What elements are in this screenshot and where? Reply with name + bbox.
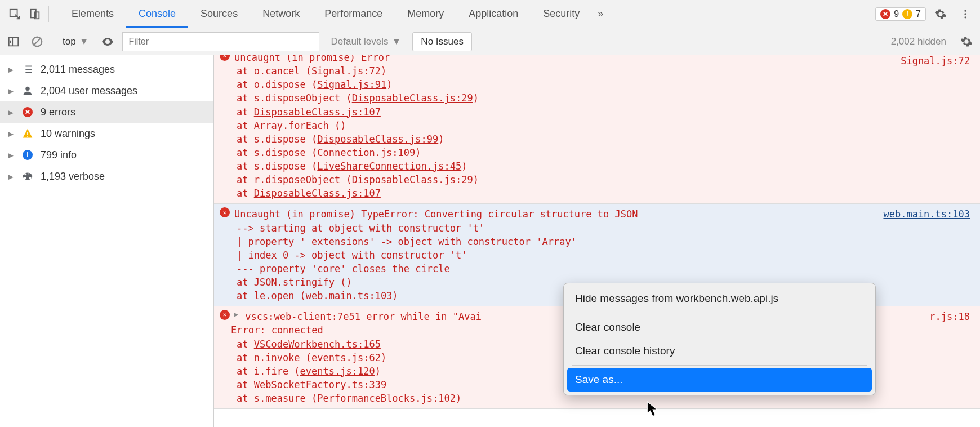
info-icon: i <box>21 149 34 161</box>
source-link[interactable]: events.js:62 <box>311 352 381 363</box>
source-link[interactable]: Connection.js:109 <box>317 147 415 158</box>
more-tabs-icon[interactable]: » <box>592 8 609 20</box>
tabs-list: Elements Console Sources Network Perform… <box>59 0 609 28</box>
tab-security[interactable]: Security <box>531 0 592 28</box>
expand-caret-icon: ▶ <box>8 108 15 117</box>
context-menu-item[interactable]: Clear console history <box>567 339 872 363</box>
source-link[interactable]: web.main.ts:103 <box>883 207 970 221</box>
sidebar-item-label: 2,011 messages <box>41 64 115 75</box>
svg-point-5 <box>964 16 966 18</box>
divider <box>48 6 49 22</box>
device-toggle-icon[interactable] <box>25 4 45 24</box>
sidebar-item[interactable]: ▶ 10 warnings <box>0 123 213 144</box>
settings-icon[interactable] <box>930 4 951 24</box>
context-selector[interactable]: top ▼ <box>58 34 93 50</box>
issues-badge[interactable]: ✕ 9 ! 7 <box>875 7 926 21</box>
expand-caret-icon[interactable]: ▶ <box>234 310 238 319</box>
sidebar-item[interactable]: ▶ 1,193 verbose <box>0 166 213 187</box>
source-link[interactable]: DisposableClass.js:107 <box>254 188 381 199</box>
warning-icon: ! <box>902 9 912 19</box>
stack-frame: --- property 'core' closes the circle <box>220 262 971 275</box>
svg-point-16 <box>25 87 29 91</box>
sidebar-item[interactable]: ▶ i 799 info <box>0 144 213 166</box>
levels-label: Default levels <box>331 36 388 47</box>
tab-performance[interactable]: Performance <box>312 0 395 28</box>
tab-sources[interactable]: Sources <box>188 0 250 28</box>
chevron-down-icon: ▼ <box>79 36 89 47</box>
devtools-tabs-bar: Elements Console Sources Network Perform… <box>0 0 980 28</box>
source-link[interactable]: events.js:120 <box>300 366 375 377</box>
stack-frame: --> starting at object with constructor … <box>220 221 971 235</box>
kebab-menu-icon[interactable] <box>955 4 975 24</box>
svg-point-21 <box>28 174 29 175</box>
stack-frame: at o.dispose (Signal.js:91) <box>220 78 971 91</box>
svg-line-9 <box>34 38 41 45</box>
source-link[interactable]: Signal.js:72 <box>311 65 381 77</box>
error-icon: ✕ <box>220 207 230 217</box>
eye-icon[interactable] <box>99 33 117 51</box>
no-issues-button[interactable]: No Issues <box>412 32 472 51</box>
log-levels-selector[interactable]: Default levels ▼ <box>325 34 407 50</box>
tab-network[interactable]: Network <box>250 0 312 28</box>
sidebar-toggle-icon[interactable] <box>5 33 23 51</box>
context-menu-item[interactable]: Clear console <box>567 315 872 339</box>
context-menu-item[interactable]: Hide messages from workbench.web.api.js <box>567 287 872 310</box>
filter-input[interactable] <box>122 32 319 51</box>
stack-frame: at DisposableClass.js:107 <box>220 105 971 119</box>
source-link[interactable]: web.main.ts:103 <box>306 290 393 301</box>
sidebar-item[interactable]: ▶ 2,004 user messages <box>0 80 213 101</box>
source-link[interactable]: LiveShareConnection.js:45 <box>317 161 461 172</box>
stack-frame: at Array.forEach () <box>220 119 971 132</box>
error-icon: ✕ <box>21 106 34 118</box>
stack-frame: at s.disposeObject (DisposableClass.js:2… <box>220 91 971 105</box>
console-toolbar: top ▼ Default levels ▼ No Issues 2,002 h… <box>0 28 980 55</box>
context-label: top <box>63 36 76 47</box>
tab-memory[interactable]: Memory <box>395 0 456 28</box>
source-link[interactable]: WebSocketFactory.ts:339 <box>254 379 386 390</box>
stack-frame: at s.dispose (LiveShareConnection.js:45) <box>220 159 971 173</box>
svg-point-4 <box>964 13 966 15</box>
error-message: Uncaught (in promise) Error <box>234 55 390 64</box>
stack-frame: at s.dispose (DisposableClass.js:99) <box>220 132 971 146</box>
warn-icon <box>21 127 34 140</box>
tab-console[interactable]: Console <box>126 0 188 28</box>
chevron-down-icon: ▼ <box>392 36 402 47</box>
source-link[interactable]: DisposableClass.js:107 <box>254 106 381 118</box>
stack-frame: | index 0 -> object with constructor 't' <box>220 248 971 262</box>
clear-console-icon[interactable] <box>28 33 46 51</box>
sidebar-item[interactable]: ▶ 2,011 messages <box>0 59 213 80</box>
expand-caret-icon: ▶ <box>8 130 15 138</box>
stack-frame: at DisposableClass.js:107 <box>220 186 971 200</box>
source-link[interactable]: DisposableClass.js:29 <box>352 174 473 185</box>
menu-separator <box>572 313 867 313</box>
error-icon: ✕ <box>220 310 230 320</box>
tab-elements[interactable]: Elements <box>59 0 126 28</box>
sidebar-item[interactable]: ▶ ✕ 9 errors <box>0 101 213 123</box>
inspect-icon[interactable] <box>5 4 25 24</box>
list-icon <box>21 63 34 75</box>
hidden-count: 2,002 hidden <box>891 36 946 47</box>
error-message: vscs:web-client:7e51 error while in "Ava… <box>245 310 482 323</box>
error-icon: ✕ <box>220 55 230 61</box>
context-menu-item[interactable]: Save as... <box>567 368 872 392</box>
tab-application[interactable]: Application <box>456 0 531 28</box>
svg-rect-23 <box>29 177 32 179</box>
expand-caret-icon: ▶ <box>8 172 15 181</box>
svg-point-20 <box>25 174 27 176</box>
console-entry[interactable]: Signal.js:72✕Uncaught (in promise) Error… <box>214 55 980 204</box>
source-link[interactable]: r.js:18 <box>929 310 970 323</box>
source-link[interactable]: Signal.js:72 <box>901 55 970 68</box>
source-link[interactable]: DisposableClass.js:99 <box>317 134 438 145</box>
expand-caret-icon: ▶ <box>8 65 15 74</box>
context-menu: Hide messages from workbench.web.api.jsC… <box>563 283 876 395</box>
svg-rect-1 <box>31 9 36 17</box>
sidebar-item-label: 10 warnings <box>41 128 95 140</box>
warning-count: 7 <box>916 9 921 19</box>
svg-rect-18 <box>27 136 28 137</box>
source-link[interactable]: DisposableClass.js:29 <box>352 92 473 104</box>
source-link[interactable]: VSCodeWorkbench.ts:165 <box>254 339 381 350</box>
verbose-icon <box>21 170 34 183</box>
source-link[interactable]: Signal.js:91 <box>317 79 386 90</box>
svg-point-3 <box>964 10 966 11</box>
console-settings-icon[interactable] <box>957 33 975 51</box>
